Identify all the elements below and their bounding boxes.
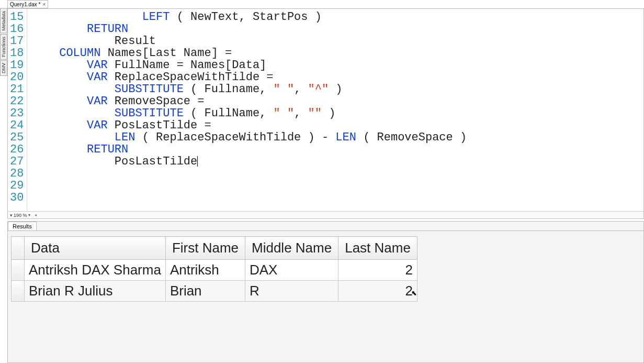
code-line[interactable] [31, 168, 643, 180]
results-grid[interactable]: Data First Name Middle Name Last Name An… [11, 236, 417, 302]
left-sidebar: Metadata Functions DMV [0, 8, 7, 186]
code-line[interactable]: LEFT ( NewText, StartPos ) [31, 11, 643, 23]
zoom-strip: ▾ 190 % ▾ ◂ [8, 211, 643, 218]
code-line[interactable] [31, 192, 643, 204]
line-number: 23 [10, 107, 24, 119]
line-number: 20 [10, 71, 24, 83]
line-gutter: 15161718192021222324252627282930 [8, 9, 27, 211]
code-line[interactable]: Result [31, 35, 643, 47]
document-tab[interactable]: Query1.dax * × [7, 0, 48, 8]
code-editor[interactable]: 15161718192021222324252627282930 LEFT ( … [7, 8, 644, 219]
line-number: 18 [10, 47, 24, 59]
col-header-data[interactable]: Data [25, 237, 166, 260]
table-row[interactable]: Brian R JuliusBrianR2 [12, 281, 417, 302]
grid-corner [12, 237, 25, 260]
line-number: 21 [10, 83, 24, 95]
code-line[interactable]: SUBSTITUTE ( FullName, " ", "" ) [31, 107, 643, 119]
line-number: 26 [10, 144, 24, 156]
zoom-level[interactable]: 190 % [14, 213, 27, 218]
results-tab-strip: Results [8, 222, 643, 231]
code-line[interactable]: RETURN [31, 144, 643, 156]
cell[interactable]: DAX [245, 260, 338, 281]
line-number: 22 [10, 95, 24, 107]
cell[interactable]: Antriksh DAX Sharma [25, 260, 166, 281]
line-number: 17 [10, 35, 24, 47]
code-line[interactable]: SUBSTITUTE ( Fullname, " ", "^" ) [31, 83, 643, 95]
code-line[interactable]: PosLastTilde [31, 156, 643, 168]
line-number: 19 [10, 59, 24, 71]
line-number: 28 [10, 168, 24, 180]
cell[interactable]: 2 [338, 281, 417, 302]
code-area[interactable]: LEFT ( NewText, StartPos ) RETURN Result… [27, 9, 643, 211]
sidebar-tab-dmv[interactable]: DMV [0, 60, 7, 76]
code-line[interactable]: VAR ReplaceSpaceWithTilde = [31, 71, 643, 83]
line-number: 25 [10, 131, 24, 144]
code-line[interactable]: VAR PosLastTilde = [31, 119, 643, 131]
code-line[interactable]: LEN ( ReplaceSpaceWithTilde ) - LEN ( Re… [31, 131, 643, 144]
line-number: 29 [10, 180, 24, 192]
collapse-icon[interactable]: ▾ [10, 213, 13, 218]
document-tab-title: Query1.dax * [10, 2, 40, 7]
code-line[interactable]: VAR FullName = Names[Data] [31, 59, 643, 71]
line-number: 15 [10, 11, 24, 23]
line-number: 27 [10, 156, 24, 168]
results-tab[interactable]: Results [8, 222, 37, 230]
cell[interactable]: Brian R Julius [25, 281, 166, 302]
row-header [12, 260, 25, 281]
close-icon[interactable]: × [42, 2, 46, 7]
line-number: 16 [10, 23, 24, 35]
col-header-middle-name[interactable]: Middle Name [245, 237, 338, 260]
cell[interactable]: 2 [338, 260, 417, 281]
sidebar-tab-metadata[interactable]: Metadata [0, 8, 7, 34]
results-panel: Results Data First Name Middle Name Last… [7, 221, 644, 363]
table-row[interactable]: Antriksh DAX SharmaAntrikshDAX2 [12, 260, 417, 281]
col-header-last-name[interactable]: Last Name [338, 237, 417, 260]
zoom-dropdown-icon[interactable]: ▾ [28, 213, 30, 217]
line-number: 24 [10, 119, 24, 131]
code-line[interactable]: RETURN [31, 23, 643, 35]
sidebar-tab-functions[interactable]: Functions [0, 34, 7, 60]
cell[interactable]: Brian [165, 281, 245, 302]
col-header-first-name[interactable]: First Name [165, 237, 245, 260]
code-line[interactable]: COLUMN Names[Last Name] = [31, 47, 643, 59]
code-line[interactable]: VAR RemoveSpace = [31, 95, 643, 107]
cell[interactable]: R [245, 281, 338, 302]
cell[interactable]: Antriksh [165, 260, 245, 281]
row-header [12, 281, 25, 302]
line-number: 30 [10, 192, 24, 204]
code-line[interactable] [31, 180, 643, 192]
scroll-left-icon[interactable]: ◂ [35, 213, 37, 217]
